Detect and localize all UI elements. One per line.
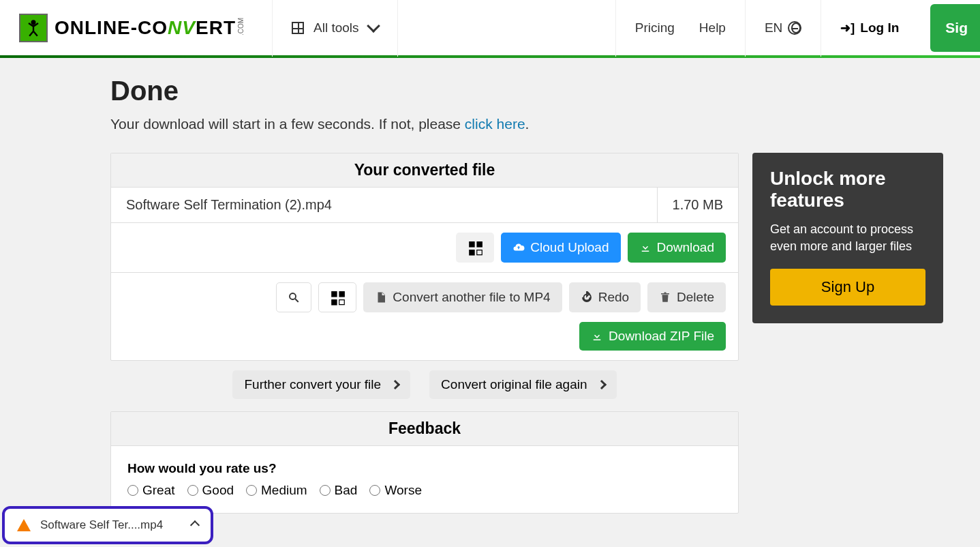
feedback-question: How would you rate us? bbox=[111, 446, 738, 483]
feedback-opt-good[interactable]: Good bbox=[187, 483, 234, 498]
download-file-name: Software Self Ter....mp4 bbox=[40, 518, 192, 532]
globe-icon bbox=[788, 21, 801, 35]
logo[interactable]: ONLINE-CONVERT .COM bbox=[0, 14, 272, 42]
chevron-right-icon bbox=[596, 380, 606, 389]
qr-button-large[interactable]: ▪▪▪▫ bbox=[318, 282, 357, 312]
chevron-up-icon[interactable] bbox=[190, 520, 200, 530]
sidecard-desc: Get an account to process even more and … bbox=[770, 221, 925, 255]
grid-icon bbox=[292, 22, 304, 34]
feedback-opt-medium[interactable]: Medium bbox=[246, 483, 307, 498]
feedback-opt-worse[interactable]: Worse bbox=[369, 483, 422, 498]
radio-great[interactable] bbox=[127, 485, 138, 496]
trash-icon bbox=[659, 291, 671, 304]
nav-all-tools[interactable]: All tools bbox=[272, 0, 398, 57]
feedback-opt-great[interactable]: Great bbox=[127, 483, 175, 498]
redo-icon bbox=[581, 291, 593, 304]
logo-text: ONLINE-CONVERT bbox=[55, 17, 236, 39]
further-convert-button[interactable]: Further convert your file bbox=[232, 370, 410, 399]
svg-line-2 bbox=[295, 299, 298, 302]
nav-help[interactable]: Help bbox=[694, 0, 745, 57]
panel-header: Your converted file bbox=[111, 153, 738, 188]
browser-download-item[interactable]: Software Self Ter....mp4 bbox=[2, 506, 213, 544]
unlock-features-card: Unlock more features Get an account to p… bbox=[752, 153, 943, 323]
magnify-button[interactable] bbox=[276, 282, 311, 312]
nav-pricing[interactable]: Pricing bbox=[615, 0, 694, 57]
redo-button[interactable]: Redo bbox=[569, 282, 641, 312]
radio-good[interactable] bbox=[187, 485, 198, 496]
qr-button-small[interactable]: ▪▪▪▫ bbox=[456, 233, 495, 263]
file-name: Software Self Termination (2).mp4 bbox=[111, 188, 657, 222]
header: ONLINE-CONVERT .COM All tools Pricing He… bbox=[0, 0, 980, 58]
convert-again-button[interactable]: Convert original file again bbox=[429, 370, 616, 399]
login-button[interactable]: ➜] Log In bbox=[821, 0, 918, 57]
file-size: 1.70 MB bbox=[657, 188, 738, 222]
download-button[interactable]: Download bbox=[628, 233, 726, 263]
logo-com: .COM bbox=[237, 18, 245, 35]
feedback-panel: Feedback How would you rate us? Great Go… bbox=[110, 411, 739, 514]
qr-icon: ▪▪▪▫ bbox=[330, 289, 346, 306]
login-icon: ➜] bbox=[840, 20, 855, 35]
converted-file-panel: Your converted file Software Self Termin… bbox=[110, 153, 739, 361]
sidecard-title: Unlock more features bbox=[770, 168, 925, 211]
qr-icon: ▪▪▪▫ bbox=[468, 239, 483, 256]
signup-button[interactable]: Sig bbox=[930, 4, 980, 52]
download-icon bbox=[591, 330, 603, 342]
delete-button[interactable]: Delete bbox=[647, 282, 726, 312]
logo-icon bbox=[19, 14, 48, 42]
chevron-down-icon bbox=[367, 19, 380, 33]
cloud-icon bbox=[512, 241, 525, 254]
feedback-header: Feedback bbox=[111, 412, 738, 446]
file-icon bbox=[375, 291, 387, 304]
cloud-upload-button[interactable]: Cloud Upload bbox=[501, 233, 620, 263]
radio-bad[interactable] bbox=[320, 485, 331, 496]
click-here-link[interactable]: click here bbox=[465, 116, 525, 132]
chevron-right-icon bbox=[391, 380, 400, 389]
page-subtitle: Your download will start in a few second… bbox=[110, 116, 943, 132]
download-zip-button[interactable]: Download ZIP File bbox=[579, 322, 726, 351]
convert-another-button[interactable]: Convert another file to MP4 bbox=[363, 282, 562, 312]
svg-point-1 bbox=[290, 293, 296, 299]
nav-lang[interactable]: EN bbox=[745, 0, 821, 57]
search-icon bbox=[288, 291, 300, 304]
radio-worse[interactable] bbox=[369, 485, 380, 496]
radio-medium[interactable] bbox=[246, 485, 257, 496]
feedback-opt-bad[interactable]: Bad bbox=[320, 483, 358, 498]
svg-point-0 bbox=[31, 20, 36, 25]
page-title: Done bbox=[110, 76, 943, 106]
file-row: Software Self Termination (2).mp4 1.70 M… bbox=[111, 188, 738, 223]
vlc-icon bbox=[17, 519, 31, 531]
sidecard-signup-button[interactable]: Sign Up bbox=[770, 269, 925, 306]
download-icon bbox=[639, 241, 652, 254]
